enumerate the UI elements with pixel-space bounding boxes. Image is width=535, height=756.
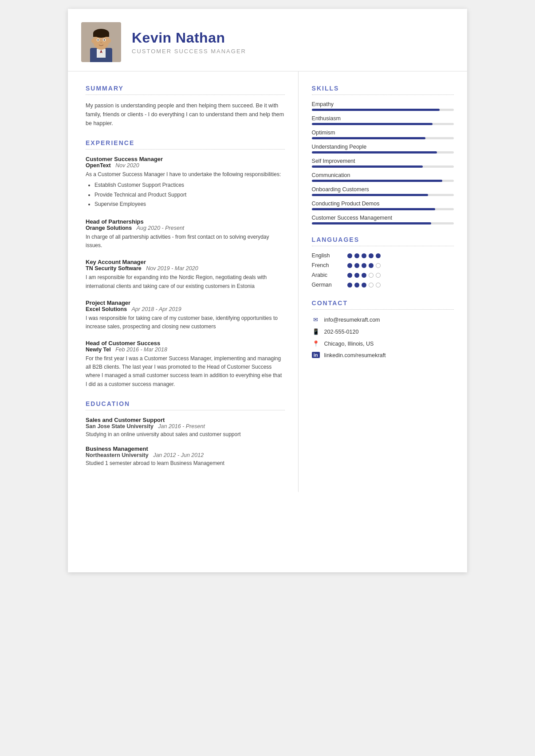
language-dot <box>362 273 366 278</box>
skill-item: Optimism <box>312 130 454 139</box>
language-dot <box>347 273 352 278</box>
education-item: Business Management Northeastern Univers… <box>86 445 285 467</box>
language-item: English <box>312 252 454 259</box>
language-name: French <box>312 262 343 268</box>
exp-dates: Feb 2016 - Mar 2018 <box>115 346 167 353</box>
experience-section: Experience Customer Success Manager Open… <box>86 139 285 389</box>
contact-item: 📱 202-555-0120 <box>312 328 454 336</box>
skills-divider <box>312 94 454 95</box>
languages-divider <box>312 246 454 246</box>
skill-bar-bg <box>312 123 454 125</box>
languages-section: Languages English French Arabic German <box>312 236 454 288</box>
exp-company-line: Newly Tel Feb 2016 - Mar 2018 <box>86 346 285 353</box>
exp-desc: For the first year I was a Customer Succ… <box>86 354 285 389</box>
language-dot <box>354 283 359 287</box>
summary-section: Summary My passion is understanding peop… <box>86 85 285 128</box>
edu-degree: Business Management <box>86 445 285 452</box>
skill-name: Understanding People <box>312 144 454 150</box>
edu-dates: Jan 2016 - Present <box>158 423 205 429</box>
language-dots <box>347 273 381 278</box>
edu-school-line: Northeastern University Jan 2012 - Jun 2… <box>86 452 285 458</box>
experience-item: Head of Customer Success Newly Tel Feb 2… <box>86 340 285 389</box>
language-name: Arabic <box>312 272 343 278</box>
skill-bar-bg <box>312 180 454 182</box>
contact-item: 📍 Chicago, Illinois, US <box>312 340 454 348</box>
language-dots <box>347 283 381 287</box>
bullet-item: Establish Customer Support Practices <box>94 181 285 190</box>
education-title: Education <box>86 400 285 407</box>
experience-title: Experience <box>86 139 285 146</box>
skill-name: Onboarding Customers <box>312 186 454 193</box>
experience-divider <box>86 149 285 150</box>
exp-dates: Nov 2020 <box>115 162 139 169</box>
language-dots <box>347 263 381 268</box>
exp-company-line: Excel Solutions Apr 2018 - Apr 2019 <box>86 306 285 312</box>
skill-bar-bg <box>312 137 454 139</box>
skill-item: Empathy <box>312 101 454 111</box>
education-items: Sales and Customer Support San Jose Stat… <box>86 417 285 467</box>
education-item: Sales and Customer Support San Jose Stat… <box>86 417 285 438</box>
education-section: Education Sales and Customer Support San… <box>86 400 285 467</box>
person-name: Kevin Nathan <box>132 30 246 46</box>
skill-item: Conducting Product Demos <box>312 201 454 210</box>
skill-name: Self Improvement <box>312 158 454 164</box>
svg-point-13 <box>100 42 102 43</box>
exp-role: Key Account Manager <box>86 259 285 265</box>
language-item: Arabic <box>312 272 454 278</box>
skill-name: Customer Success Management <box>312 215 454 221</box>
skill-item: Enthusiasm <box>312 115 454 125</box>
exp-desc: I was responsible for taking care of my … <box>86 314 285 331</box>
language-dot <box>369 283 374 287</box>
skill-bar-bg <box>312 222 454 224</box>
skill-bar-fill <box>312 137 425 139</box>
skill-item: Customer Success Management <box>312 215 454 224</box>
language-dot <box>369 273 374 278</box>
skill-name: Enthusiasm <box>312 115 454 122</box>
language-dot <box>347 283 352 287</box>
left-column: Summary My passion is understanding peop… <box>68 71 299 492</box>
contact-title: Contact <box>312 299 454 307</box>
resume-document: Kevin Nathan Customer Success Manager Su… <box>68 9 467 572</box>
education-divider <box>86 410 285 410</box>
language-dot <box>376 263 381 268</box>
summary-title: Summary <box>86 85 285 92</box>
skill-bar-bg <box>312 208 454 210</box>
edu-school: Northeastern University <box>86 452 149 458</box>
language-item: French <box>312 262 454 268</box>
contact-text: info@resumekraft.com <box>324 316 380 324</box>
skill-bar-fill <box>312 123 433 125</box>
exp-role: Head of Partnerships <box>86 218 285 225</box>
skill-bar-fill <box>312 109 440 111</box>
skill-item: Understanding People <box>312 144 454 154</box>
exp-desc: As a Customer Success Manager I have to … <box>86 170 285 179</box>
experience-items: Customer Success Manager OpenText Nov 20… <box>86 156 285 389</box>
skill-name: Empathy <box>312 101 454 107</box>
exp-role: Head of Customer Success <box>86 340 285 346</box>
svg-point-7 <box>91 39 95 43</box>
language-dot <box>369 253 374 258</box>
contact-text: 202-555-0120 <box>324 328 359 336</box>
contact-item: in linkedin.com/resumekraft <box>312 351 454 360</box>
skill-bar-bg <box>312 165 454 168</box>
summary-divider <box>86 94 285 95</box>
language-dot <box>362 263 366 268</box>
language-dot <box>354 273 359 278</box>
exp-company: Excel Solutions <box>86 306 127 312</box>
person-title: Customer Success Manager <box>132 48 246 55</box>
skill-bar-fill <box>312 180 443 182</box>
contact-icon: in <box>312 352 320 358</box>
exp-company-line: TN Security Software Nov 2019 - Mar 2020 <box>86 265 285 272</box>
exp-role: Project Manager <box>86 299 285 306</box>
exp-company-line: OpenText Nov 2020 <box>86 162 285 169</box>
contact-section: Contact ✉ info@resumekraft.com 📱 202-555… <box>312 299 454 360</box>
skill-item: Self Improvement <box>312 158 454 168</box>
skill-bar-bg <box>312 194 454 196</box>
experience-item: Key Account Manager TN Security Software… <box>86 259 285 290</box>
languages-title: Languages <box>312 236 454 243</box>
edu-dates: Jan 2012 - Jun 2012 <box>153 452 204 458</box>
right-column: Skills Empathy Enthusiasm Optimism Under… <box>299 71 467 492</box>
language-dot <box>376 283 381 287</box>
contact-items: ✉ info@resumekraft.com 📱 202-555-0120 📍 … <box>312 316 454 360</box>
contact-item: ✉ info@resumekraft.com <box>312 316 454 324</box>
skill-name: Communication <box>312 172 454 178</box>
